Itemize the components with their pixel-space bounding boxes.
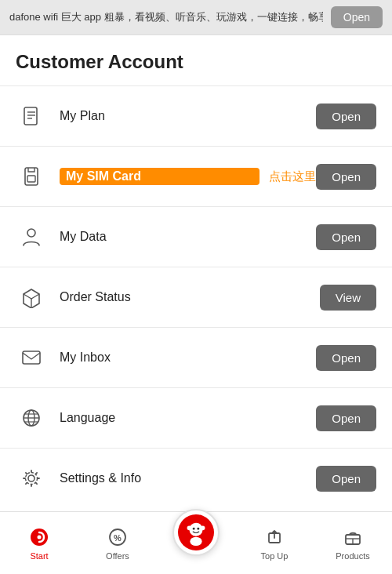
menu-label-my-data: My Data <box>60 230 316 244</box>
menu-label-order-status: Order Status <box>60 290 320 304</box>
page-title: Customer Account <box>0 35 392 85</box>
svg-point-23 <box>197 527 199 529</box>
menu-item-settings-info: Settings & InfoOpen <box>0 448 392 508</box>
menu-btn-my-inbox[interactable]: Open <box>316 345 376 371</box>
person-icon <box>16 221 47 252</box>
nav-label-topup: Top Up <box>261 551 289 561</box>
menu-label-wrapper-my-sim-card: My SIM Card点击这里 <box>60 168 316 185</box>
svg-point-25 <box>201 525 205 530</box>
menu-item-my-plan: My PlanOpen <box>0 85 392 146</box>
menu-label-settings-info: Settings & Info <box>60 471 316 485</box>
svg-point-21 <box>190 536 201 545</box>
nav-label-offers: Offers <box>106 551 129 561</box>
menu-label-my-inbox: My Inbox <box>60 351 316 365</box>
nav-item-offers[interactable]: % Offers <box>78 512 157 574</box>
menu-item-my-data: My DataOpen <box>0 206 392 267</box>
mascot-button[interactable] <box>172 509 220 556</box>
menu-btn-my-data[interactable]: Open <box>316 224 376 250</box>
globe-icon <box>16 402 47 434</box>
bottom-nav: Start % Offers <box>0 511 392 574</box>
ad-banner: dafone wifi 巨大 app 粗暴，看视频、听音乐、玩游戏，一键连接，畅… <box>0 0 392 35</box>
menu-label-language: Language <box>60 411 316 425</box>
nav-item-start[interactable]: Start <box>0 512 78 574</box>
nav-item-center[interactable] <box>157 512 235 574</box>
menu-label-wrapper-my-data: My Data <box>60 230 316 244</box>
svg-rect-5 <box>27 176 35 182</box>
settings-icon <box>16 463 47 494</box>
menu-btn-my-sim-card[interactable]: Open <box>316 164 376 190</box>
svg-point-24 <box>187 525 192 530</box>
sim-icon <box>16 161 47 192</box>
menu-btn-language[interactable]: Open <box>316 405 376 431</box>
menu-btn-settings-info[interactable]: Open <box>316 466 376 492</box>
mascot-face <box>178 514 214 550</box>
menu-label-wrapper-my-plan: My Plan <box>60 109 316 123</box>
mail-icon <box>16 342 47 373</box>
nav-label-start: Start <box>30 551 48 561</box>
menu-label-my-plan: My Plan <box>60 109 316 123</box>
vodafone-icon <box>28 526 50 548</box>
ad-open-button[interactable]: Open <box>331 6 383 28</box>
main-content: Customer Account My PlanOpen My SIM Card… <box>0 35 392 563</box>
svg-rect-0 <box>24 107 37 125</box>
ad-text: dafone wifi 巨大 app 粗暴，看视频、听音乐、玩游戏，一键连接，畅… <box>9 10 323 24</box>
topup-icon <box>263 526 285 548</box>
svg-text:%: % <box>114 533 122 543</box>
menu-btn-order-status[interactable]: View <box>320 285 376 311</box>
nav-item-topup[interactable]: Top Up <box>235 512 314 574</box>
menu-item-my-inbox: My InboxOpen <box>0 327 392 387</box>
click-hint: 点击这里 <box>269 169 316 184</box>
menu-label-wrapper-order-status: Order Status <box>60 290 320 304</box>
box-icon <box>16 282 47 313</box>
menu-label-wrapper-my-inbox: My Inbox <box>60 351 316 365</box>
svg-point-14 <box>28 475 34 481</box>
nav-label-products: Products <box>336 551 369 561</box>
menu-label-wrapper-language: Language <box>60 411 316 425</box>
svg-point-17 <box>38 535 42 539</box>
offers-icon: % <box>107 526 129 548</box>
menu-item-my-sim-card: My SIM Card点击这里Open <box>0 146 392 206</box>
menu-label-my-sim-card: My SIM Card <box>60 168 260 185</box>
svg-point-6 <box>27 229 35 237</box>
menu-btn-my-plan[interactable]: Open <box>316 104 376 129</box>
svg-point-20 <box>189 522 202 536</box>
menu-item-order-status: Order StatusView <box>0 267 392 327</box>
nav-item-products[interactable]: Products <box>314 512 392 574</box>
menu-list: My PlanOpen My SIM Card点击这里Open My DataO… <box>0 85 392 508</box>
svg-rect-8 <box>23 351 40 364</box>
menu-item-language: LanguageOpen <box>0 387 392 448</box>
svg-point-22 <box>193 527 195 529</box>
document-icon <box>16 100 47 132</box>
menu-label-wrapper-settings-info: Settings & Info <box>60 471 316 485</box>
products-icon <box>342 526 364 548</box>
